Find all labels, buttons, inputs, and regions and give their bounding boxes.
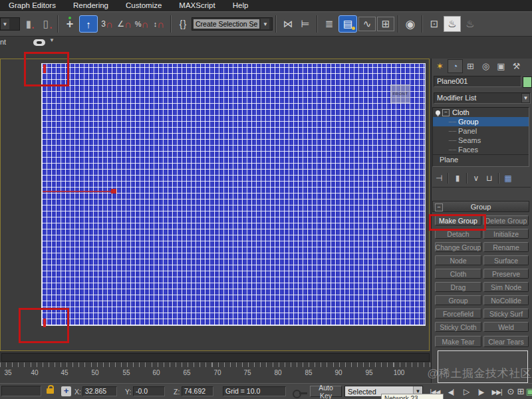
- rename-button[interactable]: Rename: [483, 242, 529, 252]
- tick-label: 55: [122, 369, 130, 376]
- view-gizmo-label[interactable]: FRONT: [390, 84, 410, 103]
- go-to-end-icon[interactable]: ▶▶|: [489, 386, 504, 397]
- modifier-enabled-bulb-icon[interactable]: [436, 110, 440, 115]
- menu-rendering[interactable]: Rendering: [65, 0, 117, 11]
- clear-tears-button[interactable]: Clear Tears: [483, 336, 529, 347]
- tick-label: 80: [274, 369, 281, 376]
- surface-button[interactable]: Surface: [483, 255, 529, 265]
- spinner-snap-icon[interactable]: ↕∩: [151, 15, 167, 33]
- auto-key-button[interactable]: Auto Key: [310, 386, 342, 397]
- hierarchy-tab-icon[interactable]: ⊞: [463, 59, 478, 73]
- rendered-frame-window-icon[interactable]: ⊡: [426, 15, 442, 33]
- dropdown-arrow-icon[interactable]: ▼: [521, 93, 530, 103]
- absolute-mode-icon[interactable]: +: [61, 386, 71, 396]
- align-icon[interactable]: ⊨: [297, 15, 313, 33]
- cloth-button[interactable]: Cloth: [435, 269, 481, 279]
- annotation-box-top-left-corner: [24, 52, 69, 86]
- initialize-button[interactable]: Initialize: [483, 229, 529, 239]
- pin-stack-icon[interactable]: ⊣: [432, 174, 446, 183]
- menu-customize[interactable]: Customize: [117, 0, 170, 11]
- sim-node-button[interactable]: Sim Node: [483, 282, 529, 292]
- selection-region-icon[interactable]: ▯▪: [38, 15, 54, 33]
- motion-tab-icon[interactable]: ◎: [478, 59, 493, 73]
- make-unique-icon[interactable]: ∨: [469, 174, 483, 183]
- stack-item-faces[interactable]: Faces: [433, 145, 529, 154]
- play-icon[interactable]: ▷: [460, 386, 472, 397]
- display-tab-icon[interactable]: ▣: [493, 59, 509, 73]
- sticky-surf-button[interactable]: Sticky Surf: [483, 309, 529, 319]
- create-tab-icon[interactable]: ✶: [432, 59, 448, 73]
- show-end-result-icon[interactable]: ▮: [451, 174, 464, 183]
- select-by-name-icon[interactable]: ▮▪: [21, 15, 37, 33]
- stack-item-label: Plane: [440, 155, 458, 164]
- modifier-list-dropdown[interactable]: Modifier List: [434, 92, 531, 104]
- selection-lock-icon[interactable]: [47, 388, 54, 394]
- make-tear-button[interactable]: Make Tear: [435, 336, 481, 347]
- remove-modifier-icon[interactable]: ⊔: [483, 174, 496, 183]
- stack-item-group[interactable]: Group: [433, 117, 529, 126]
- selection-filter-dropdown[interactable]: ▼: [0, 17, 20, 31]
- quick-render-icon[interactable]: ♨: [462, 15, 478, 33]
- named-selection-sets-icon[interactable]: { }: [175, 15, 191, 33]
- nocollide-button[interactable]: NoCollide: [483, 295, 529, 305]
- sticky-cloth-button[interactable]: Sticky Cloth: [435, 322, 481, 332]
- named-selection-combobox[interactable]: Create Selection Se ▼: [192, 17, 273, 31]
- next-frame-icon[interactable]: |▶: [474, 386, 487, 397]
- modifier-stack: − Cloth Group Panel Seams Faces Plane: [432, 107, 529, 167]
- delete-group-button[interactable]: Delete Group: [483, 215, 529, 225]
- z-coordinate-field[interactable]: 74.692: [182, 386, 213, 396]
- menu-graph-editors[interactable]: Graph Editors: [0, 0, 65, 11]
- weld-button[interactable]: Weld: [483, 322, 529, 332]
- group-rollout-header[interactable]: − Group: [432, 201, 529, 212]
- snaps-toggle-3d-icon[interactable]: 3∩: [99, 15, 115, 33]
- change-group-button[interactable]: Change Group: [435, 242, 481, 252]
- y-coordinate-field[interactable]: -0.0: [133, 386, 165, 396]
- tick-label: 95: [365, 369, 372, 376]
- select-and-move-icon[interactable]: +: [62, 15, 78, 33]
- stack-toolbar: ⊣ ▮ ∨ ⊔ ▦: [432, 170, 531, 188]
- mirror-icon[interactable]: ⋈: [280, 15, 296, 33]
- drag-button[interactable]: Drag: [435, 282, 481, 292]
- stack-item-plane[interactable]: Plane: [433, 154, 529, 164]
- configure-modifier-sets-icon[interactable]: ▦: [501, 174, 515, 183]
- tick-label: 65: [183, 369, 190, 376]
- front-viewport[interactable]: FRONT: [0, 59, 430, 351]
- set-key-icon[interactable]: [293, 390, 301, 398]
- render-setup-icon[interactable]: ◉: [402, 15, 418, 33]
- layer-manager-icon[interactable]: ≣: [321, 15, 337, 33]
- stack-item-panel[interactable]: Panel: [433, 126, 529, 136]
- menu-maxscript[interactable]: MAXScript: [170, 0, 223, 11]
- angle-snap-icon[interactable]: ∠∩: [116, 15, 132, 33]
- graphite-ribbon-icon[interactable]: ▤: [338, 15, 357, 33]
- x-coordinate-field[interactable]: 32.865: [82, 386, 117, 396]
- grid-size-readout: Grid = 10.0: [223, 386, 286, 396]
- select-tool-active-icon[interactable]: ↑: [79, 15, 98, 33]
- render-production-icon[interactable]: ♨: [444, 16, 461, 32]
- schematic-view-icon[interactable]: ⊞: [377, 17, 394, 31]
- node-button[interactable]: Node: [435, 255, 481, 265]
- preserve-button[interactable]: Preserve: [483, 269, 529, 279]
- chevron-down-icon[interactable]: ▼: [49, 37, 55, 43]
- percent-snap-icon[interactable]: %∩: [134, 15, 150, 33]
- curve-editor-icon[interactable]: ∿: [358, 17, 376, 31]
- object-name-field[interactable]: Plane001: [434, 76, 521, 87]
- cloth-plane-object[interactable]: [41, 63, 426, 326]
- forcefield-button[interactable]: Forcefield: [435, 309, 481, 319]
- collapse-icon[interactable]: −: [442, 109, 450, 116]
- previous-frame-icon[interactable]: ◀|: [444, 386, 458, 397]
- toolbar-separator: [275, 15, 277, 33]
- viewport-options-icon[interactable]: [33, 39, 45, 46]
- timeline-ruler[interactable]: 35 40 45 50 55 60 65 70 75 80 85 90 95 1…: [0, 362, 431, 383]
- zoom-icon[interactable]: ⊙: [505, 386, 516, 397]
- modify-tab-icon[interactable]: ◔: [448, 59, 463, 73]
- stack-item-seams[interactable]: Seams: [433, 136, 529, 145]
- zoom-extents-icon[interactable]: ▣: [525, 386, 532, 397]
- object-color-swatch[interactable]: [523, 76, 532, 88]
- stack-item-cloth[interactable]: − Cloth: [433, 108, 529, 117]
- collapse-icon[interactable]: −: [435, 203, 443, 211]
- group-list-box[interactable]: [438, 350, 528, 383]
- group-button[interactable]: Group: [435, 295, 481, 305]
- time-slider-track[interactable]: [1, 353, 430, 362]
- menu-help[interactable]: Help: [224, 0, 257, 11]
- utilities-tab-icon[interactable]: ⚒: [509, 59, 524, 73]
